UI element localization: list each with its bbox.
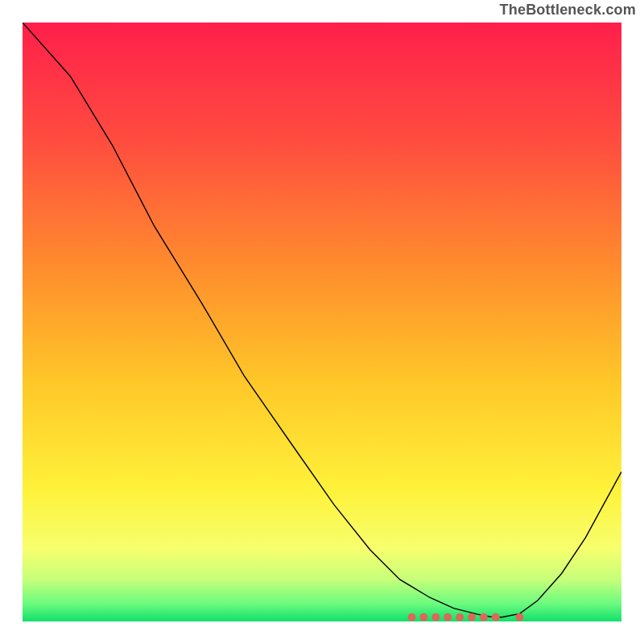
optimum-point-marker	[444, 613, 452, 621]
chart-background-gradient	[23, 23, 621, 621]
optimum-point-marker	[456, 613, 464, 621]
optimum-point-marker	[468, 613, 476, 621]
optimum-point-marker	[516, 613, 524, 621]
optimum-point-marker	[431, 613, 440, 621]
optimum-point-marker	[419, 613, 427, 621]
chart-svg	[23, 23, 621, 621]
optimum-point-marker	[408, 613, 416, 621]
attribution-text: TheBottleneck.com	[500, 2, 636, 19]
optimum-point-marker	[492, 613, 500, 621]
chart-plot-area	[23, 23, 621, 621]
optimum-point-marker	[480, 613, 488, 621]
